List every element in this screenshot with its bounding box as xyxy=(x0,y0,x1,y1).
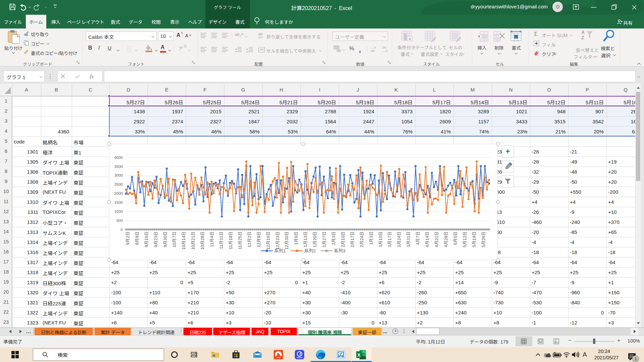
svg-text:系列3: 系列3 xyxy=(334,248,345,253)
svg-text:1000: 1000 xyxy=(114,209,123,214)
svg-text:10月28日: 10月28日 xyxy=(200,231,205,250)
svg-text:2月24日: 2月24日 xyxy=(359,231,364,247)
svg-text:1月13日: 1月13日 xyxy=(303,231,308,247)
svg-text:12月2日: 12月2日 xyxy=(247,231,252,247)
svg-text:3月17日: 3月17日 xyxy=(387,231,392,247)
svg-text:1月6日: 1月6日 xyxy=(293,231,299,245)
svg-text:3月10日: 3月10日 xyxy=(378,231,383,247)
svg-text:10月14日: 10月14日 xyxy=(181,231,186,250)
svg-text:11月4日: 11月4日 xyxy=(209,231,214,247)
svg-text:3月24日: 3月24日 xyxy=(396,231,401,247)
svg-text:4月21日: 4月21日 xyxy=(434,231,439,247)
svg-text:11月18日: 11月18日 xyxy=(228,231,233,249)
svg-text:4000: 4000 xyxy=(114,156,123,160)
svg-text:11月25日: 11月25日 xyxy=(237,231,243,249)
svg-text:5月12日: 5月12日 xyxy=(462,231,467,247)
svg-text:12月30日: 12月30日 xyxy=(284,231,289,250)
svg-text:2500: 2500 xyxy=(114,182,123,186)
svg-text:3500: 3500 xyxy=(114,165,123,169)
svg-text:11月11日: 11月11日 xyxy=(219,231,224,249)
svg-text:4月7日: 4月7日 xyxy=(415,231,420,245)
svg-text:9月30日: 9月30日 xyxy=(163,231,168,247)
svg-text:12月23日: 12月23日 xyxy=(275,231,280,250)
svg-text:5月5日: 5月5日 xyxy=(453,231,458,245)
svg-text:1月27日: 1月27日 xyxy=(322,231,327,247)
svg-text:4月28日: 4月28日 xyxy=(443,231,448,247)
svg-text:4月14日: 4月14日 xyxy=(425,231,430,247)
svg-text:500: 500 xyxy=(116,219,123,223)
svg-text:2月10日: 2月10日 xyxy=(340,231,345,247)
svg-text:12月16日: 12月16日 xyxy=(266,231,271,250)
svg-text:系列2: 系列2 xyxy=(304,248,316,253)
svg-text:1月20日: 1月20日 xyxy=(312,231,317,247)
svg-text:+: + xyxy=(506,147,510,156)
svg-text:系列1: 系列1 xyxy=(274,248,286,253)
svg-text:10月21日: 10月21日 xyxy=(191,231,196,250)
svg-text:3000: 3000 xyxy=(114,173,123,177)
svg-text:9月16日: 9月16日 xyxy=(144,231,149,247)
svg-text:2月3日: 2月3日 xyxy=(331,231,336,245)
svg-text:5月26日: 5月26日 xyxy=(481,231,486,247)
svg-text:3月31日: 3月31日 xyxy=(406,231,411,247)
svg-text:0: 0 xyxy=(121,228,123,232)
svg-text:3月3日: 3月3日 xyxy=(369,231,374,245)
svg-text:1500: 1500 xyxy=(114,200,123,204)
svg-text:9月2日: 9月2日 xyxy=(125,231,130,245)
svg-text:5月19日: 5月19日 xyxy=(472,231,477,247)
svg-text:12月9日: 12月9日 xyxy=(256,231,261,247)
svg-text:9月9日: 9月9日 xyxy=(135,231,140,245)
svg-text:X: X xyxy=(357,352,361,358)
svg-text:9月23日: 9月23日 xyxy=(153,231,158,247)
svg-text:menu: menu xyxy=(297,356,303,359)
svg-text:10月7日: 10月7日 xyxy=(172,231,177,247)
svg-text:2000: 2000 xyxy=(114,191,123,195)
svg-text:2月17日: 2月17日 xyxy=(350,231,355,247)
